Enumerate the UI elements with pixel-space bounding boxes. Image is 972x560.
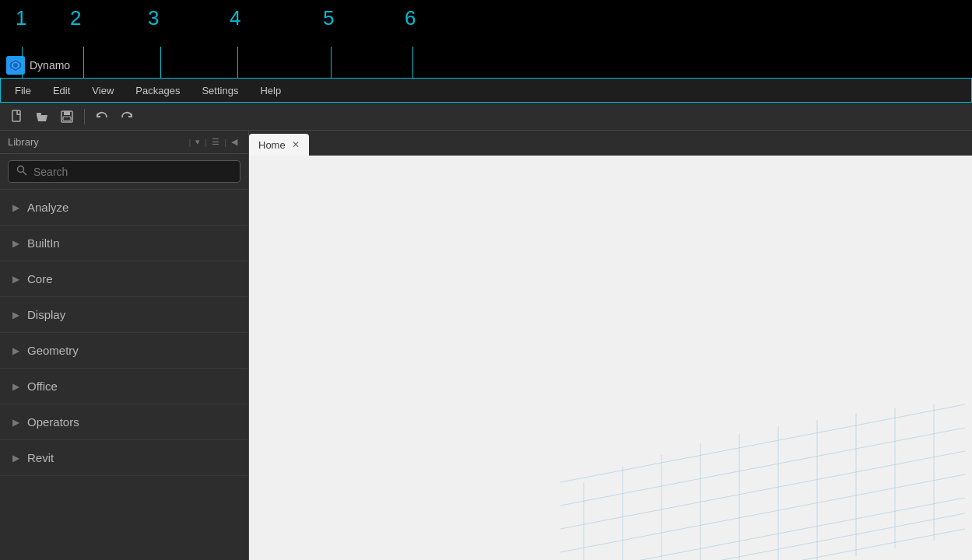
chevron-analyze-icon: ▶ <box>12 202 19 213</box>
chevron-display-icon: ▶ <box>12 310 19 320</box>
library-header: Library | ▾ | ☰ | ◀ <box>0 131 248 154</box>
menu-file[interactable]: File <box>4 79 42 102</box>
main-content: Library | ▾ | ☰ | ◀ <box>0 131 972 560</box>
menu-packages[interactable]: Packages <box>125 79 191 102</box>
tab-home[interactable]: Home ✕ <box>249 134 309 156</box>
tab-home-label: Home <box>258 139 286 151</box>
lib-ctrl-pipe-2: | <box>205 138 207 147</box>
svg-line-14 <box>560 498 965 560</box>
canvas-area: Home ✕ .grid-line { stroke: #9ecae1; str… <box>249 131 972 560</box>
lib-collapse-btn[interactable]: ◀ <box>228 135 240 149</box>
chevron-operators-icon: ▶ <box>12 417 19 428</box>
tab-bar: Home ✕ <box>249 131 972 156</box>
annotation-6: 6 <box>405 6 416 30</box>
annotation-1: 1 <box>16 6 26 30</box>
toolbar-separator <box>84 109 85 124</box>
library-item-operators-label: Operators <box>27 415 79 429</box>
library-item-core[interactable]: ▶ Core <box>0 261 248 297</box>
annotation-2: 2 <box>70 6 81 30</box>
lib-filter-btn[interactable]: ▾ <box>192 135 203 149</box>
library-item-operators[interactable]: ▶ Operators <box>0 404 248 440</box>
search-input[interactable] <box>33 166 232 178</box>
app-name-label: Dynamo <box>30 59 70 72</box>
chevron-core-icon: ▶ <box>12 274 19 285</box>
annotation-3: 3 <box>148 6 159 30</box>
library-item-core-label: Core <box>27 272 53 285</box>
open-button[interactable] <box>31 106 53 128</box>
chevron-builtin-icon: ▶ <box>12 238 19 249</box>
library-item-office[interactable]: ▶ Office <box>0 369 248 404</box>
library-item-display[interactable]: ▶ Display <box>0 297 248 333</box>
library-item-office-label: Office <box>27 380 58 393</box>
search-box <box>8 160 240 183</box>
svg-rect-3 <box>12 110 20 121</box>
annotation-4: 4 <box>230 6 240 30</box>
menu-view[interactable]: View <box>81 79 125 102</box>
chevron-office-icon: ▶ <box>12 381 19 392</box>
svg-point-2 <box>13 63 18 68</box>
new-button[interactable] <box>6 106 28 128</box>
ann-line-2 <box>83 47 84 78</box>
ann-line-1 <box>22 47 23 78</box>
undo-button[interactable] <box>91 106 113 128</box>
library-item-display-label: Display <box>27 308 65 321</box>
library-item-analyze-label: Analyze <box>27 201 68 214</box>
menu-bar: File Edit View Packages Settings Help <box>0 78 972 103</box>
library-controls: | ▾ | ☰ | ◀ <box>188 135 240 149</box>
svg-line-10 <box>560 404 965 482</box>
svg-rect-4 <box>37 113 41 115</box>
svg-line-12 <box>560 451 965 529</box>
search-container <box>0 154 248 190</box>
toolbar <box>0 103 972 131</box>
redo-button[interactable] <box>116 106 138 128</box>
save-button[interactable] <box>56 106 78 128</box>
lib-list-btn[interactable]: ☰ <box>209 135 223 149</box>
lib-ctrl-pipe-3: | <box>224 138 226 147</box>
chevron-geometry-icon: ▶ <box>12 345 19 356</box>
svg-line-9 <box>23 172 27 176</box>
library-title: Library <box>8 136 184 148</box>
canvas-grid-svg: .grid-line { stroke: #9ecae1; stroke-wid… <box>249 156 972 560</box>
svg-rect-7 <box>63 117 71 121</box>
library-item-builtin-label: BuiltIn <box>27 236 60 250</box>
library-item-builtin[interactable]: ▶ BuiltIn <box>0 226 248 261</box>
library-item-revit-label: Revit <box>27 451 54 464</box>
app-title: Dynamo <box>0 56 70 75</box>
ann-line-5 <box>331 47 332 78</box>
svg-rect-6 <box>64 111 70 115</box>
title-bar: 1 2 3 4 5 6 Dynamo <box>0 0 972 78</box>
svg-point-8 <box>18 166 24 173</box>
menu-edit[interactable]: Edit <box>42 79 81 102</box>
ann-line-3 <box>160 47 161 78</box>
svg-line-16 <box>560 529 965 560</box>
library-item-analyze[interactable]: ▶ Analyze <box>0 190 248 226</box>
annotation-5: 5 <box>323 6 334 30</box>
menu-help[interactable]: Help <box>249 79 292 102</box>
library-item-revit[interactable]: ▶ Revit <box>0 440 248 476</box>
library-item-geometry-label: Geometry <box>27 344 79 357</box>
search-icon <box>16 165 27 178</box>
menu-settings[interactable]: Settings <box>191 79 249 102</box>
chevron-revit-icon: ▶ <box>12 453 19 464</box>
ann-line-4 <box>237 47 238 78</box>
sidebar: Library | ▾ | ☰ | ◀ <box>0 131 249 560</box>
lib-ctrl-pipe-1: | <box>188 138 191 147</box>
svg-line-11 <box>560 428 965 506</box>
canvas[interactable]: .grid-line { stroke: #9ecae1; stroke-wid… <box>249 156 972 560</box>
tab-close-icon[interactable]: ✕ <box>292 139 300 150</box>
ann-line-6 <box>412 47 413 78</box>
library-list: ▶ Analyze ▶ BuiltIn ▶ Core ▶ Display ▶ G… <box>0 190 248 560</box>
library-item-geometry[interactable]: ▶ Geometry <box>0 333 248 369</box>
